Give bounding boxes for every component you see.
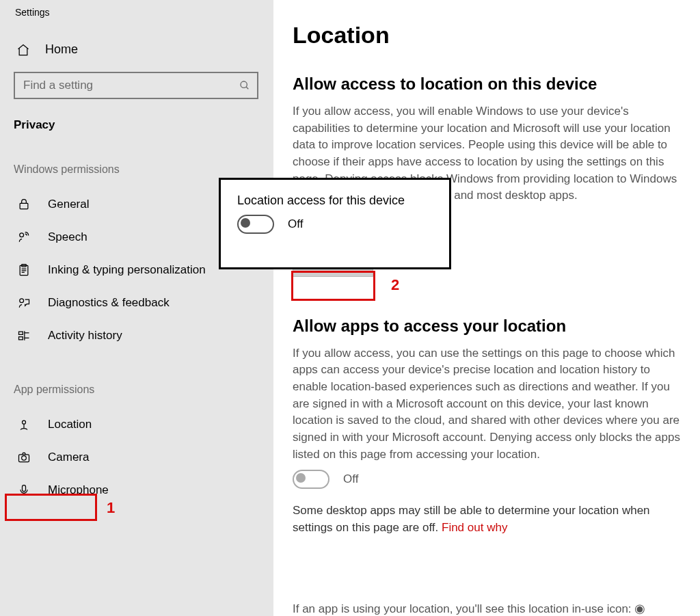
home-button[interactable]: Home [14, 25, 273, 72]
home-icon [16, 43, 30, 57]
desktop-apps-note: Some desktop apps may still be able to d… [293, 503, 682, 536]
nav-label: Location [48, 418, 92, 431]
nav-label: Camera [48, 451, 89, 464]
nav-item-diagnostics[interactable]: Diagnostics & feedback [14, 286, 273, 319]
svg-rect-18 [23, 485, 26, 492]
section-title-app-access: Allow apps to access your location [293, 317, 682, 336]
location-in-use-icon: ◉ [634, 602, 645, 615]
search-icon [239, 80, 250, 91]
clipboard-icon [16, 263, 31, 277]
nav-item-activity-history[interactable]: Activity history [14, 319, 273, 352]
window-title: Settings [14, 4, 273, 25]
search-input[interactable] [22, 78, 230, 93]
feedback-icon [16, 296, 31, 310]
camera-icon [16, 451, 31, 464]
speech-icon [16, 230, 31, 244]
svg-rect-2 [20, 203, 28, 209]
popup-toggle-row: Off [237, 215, 433, 234]
page-title: Location [293, 22, 682, 49]
svg-point-15 [23, 420, 26, 424]
section-title-device-access: Allow access to location on this device [293, 75, 682, 94]
app-access-toggle-label: Off [343, 472, 358, 486]
nav-item-camera[interactable]: Camera [14, 441, 273, 474]
location-access-popup: Location access for this device Off [219, 178, 451, 269]
group-header-app-permissions: App permissions [14, 352, 273, 396]
sidebar: Settings Home Privacy Windows permission… [0, 0, 273, 616]
nav-label: General [48, 198, 89, 211]
app-access-toggle[interactable] [293, 470, 329, 489]
svg-point-17 [22, 456, 27, 461]
search-box[interactable] [14, 72, 258, 99]
nav-label: Microphone [48, 483, 109, 497]
nav-item-microphone[interactable]: Microphone [14, 474, 273, 507]
location-icon [16, 418, 31, 431]
nav-label: Activity history [48, 329, 122, 343]
svg-point-3 [20, 233, 24, 237]
svg-line-1 [246, 87, 248, 89]
section-header-privacy: Privacy [14, 99, 273, 132]
nav-item-location[interactable]: Location [14, 408, 273, 441]
settings-app: Settings Home Privacy Windows permission… [0, 0, 700, 616]
popup-title: Location access for this device [237, 193, 433, 208]
find-out-why-link[interactable]: Find out why [442, 521, 507, 534]
app-access-toggle-row: Off [293, 470, 682, 489]
lock-icon [16, 198, 31, 211]
svg-rect-11 [19, 337, 23, 340]
timeline-icon [16, 329, 31, 343]
group-header-windows-permissions: Windows permissions [14, 132, 273, 176]
nav-label: Speech [48, 230, 88, 244]
svg-point-9 [20, 299, 24, 303]
device-location-toggle[interactable] [237, 215, 274, 234]
location-in-use-note: If an app is using your location, you'll… [293, 601, 682, 616]
svg-rect-10 [19, 332, 23, 334]
svg-point-0 [241, 81, 247, 88]
nav-group-2: Location Camera Microphone [14, 396, 273, 507]
nav-label: Inking & typing personalization [48, 263, 206, 277]
home-label: Home [45, 42, 78, 57]
device-location-toggle-label: Off [288, 217, 303, 231]
content-panel: Location Allow access to location on thi… [273, 0, 700, 616]
microphone-icon [16, 483, 31, 497]
section-body-app-access: If you allow access, you can use the set… [293, 345, 682, 463]
nav-label: Diagnostics & feedback [48, 296, 170, 310]
